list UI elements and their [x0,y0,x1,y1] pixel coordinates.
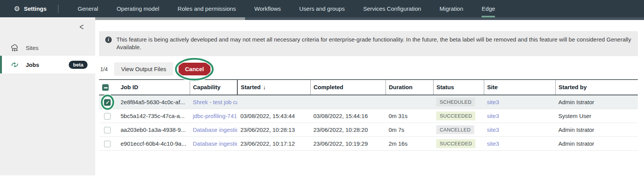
cancel-button[interactable]: Cancel [179,63,210,75]
sidebar: < Sites [0,17,95,175]
table-row: aa203eb0-1a3a-4938-9... Database ingesti… [99,123,638,137]
nav-divider [58,5,58,13]
capability-cell: Shrek - test job ca [190,95,237,109]
status-badge: SUCCEEDED [436,111,475,120]
duration-cell: 0m 7s [386,123,433,137]
sidebar-item-jobs[interactable]: Jobs beta [0,56,95,73]
job-id-cell: 2e8f84a5-5630-4c0c-af... [118,95,190,109]
status-cell: SCHEDULED [433,95,484,109]
site-link[interactable]: site3 [487,140,499,147]
row-checkbox[interactable] [104,99,111,106]
beta-badge: beta [69,61,88,69]
job-id-cell: 5bc5a142-735c-47ca-a... [118,109,190,123]
col-started-by[interactable]: Started by [555,80,638,95]
site-link[interactable]: site3 [487,113,499,119]
sidebar-item-label: Jobs [26,62,39,68]
duration-cell: 0m 31s [386,109,433,123]
site-link[interactable]: site3 [487,126,499,133]
table-row: e901eccf-60b4-4c10-9a... Database ingest… [99,137,638,151]
brand-label: Settings [24,5,46,12]
settings-brand: ⚙ Settings [14,5,46,12]
table-row: 2e8f84a5-5630-4c0c-af... Shrek - test jo… [99,95,638,109]
gear-icon: ⚙ [14,5,20,12]
job-id-cell: aa203eb0-1a3a-4938-9... [118,123,190,137]
started-cell [237,95,310,109]
row-checkbox[interactable] [104,141,111,147]
jobs-table: Job ID Capability Started↓ Completed Dur… [99,79,638,151]
main-content: This feature is being actively developed… [95,17,644,175]
status-cell: SUCCEEDED [433,109,484,123]
started-by-cell: Admin Istrator [555,137,638,151]
select-cell [99,137,118,151]
row-checkbox[interactable] [104,113,111,120]
horizontal-scrollbar-track[interactable] [0,17,644,20]
view-output-files-button[interactable]: View Output Files [114,62,173,76]
tab-services-configuration[interactable]: Services Configuration [354,0,430,17]
started-cell: 23/06/2022, 10:28:13 [237,123,310,137]
beta-info-banner: This feature is being actively developed… [99,31,638,56]
job-id-cell: e901eccf-60b4-4c10-9a... [118,137,190,151]
capability-link[interactable]: Shrek - test job ca [193,99,237,105]
status-badge: SCHEDULED [436,98,475,106]
status-badge: SUCCEEDED [436,139,475,148]
col-job-id[interactable]: Job ID [118,80,190,95]
jobs-sync-icon [10,60,19,69]
capability-cell: Database ingestic [190,137,237,151]
capability-cell: Database ingestic [190,123,237,137]
col-started[interactable]: Started↓ [237,80,310,95]
col-duration[interactable]: Duration [386,80,433,95]
tab-roles-and-permissions[interactable]: Roles and permissions [169,0,245,17]
capability-link[interactable]: Database ingestic [193,140,237,147]
select-cell [99,123,118,137]
status-cell: SUCCEEDED [433,137,484,151]
capability-link[interactable]: Database ingestic [193,126,237,133]
tab-general[interactable]: General [68,0,107,17]
nav-tabs: General Operating model Roles and permis… [68,0,504,17]
row-checkbox[interactable] [104,127,111,133]
site-link[interactable]: site3 [487,99,499,105]
col-site[interactable]: Site [484,80,555,95]
sidebar-item-sites[interactable]: Sites [0,40,95,56]
banner-text: This feature is being actively developed… [116,36,632,52]
select-all-cell [99,80,118,95]
select-cell [99,109,118,123]
col-capability[interactable]: Capability [190,80,237,95]
top-nav: ⚙ Settings General Operating model Roles… [0,0,644,17]
selection-count: 1/4 [100,66,108,72]
sidebar-item-label: Sites [26,45,38,51]
jobs-toolbar: 1/4 View Output Files Cancel [99,62,638,77]
table-row: 5bc5a142-735c-47ca-a... jdbc-profiling-7… [99,109,638,123]
info-icon [105,37,112,43]
col-status[interactable]: Status [433,80,484,95]
status-cell: CANCELLED [433,123,484,137]
started-by-cell: Admin Istrator [555,95,638,109]
duration-cell: 2m 16s [386,137,433,151]
tab-operating-model[interactable]: Operating model [108,0,169,17]
col-completed[interactable]: Completed [310,80,386,95]
duration-cell [386,95,433,109]
completed-cell: 23/06/2022, 10:19:29 [310,137,386,151]
tab-edge[interactable]: Edge [472,0,504,17]
status-badge: CANCELLED [436,125,474,134]
capability-link[interactable]: jdbc-profiling-741 [193,113,237,119]
started-cell: 23/06/2022, 10:17:12 [237,137,310,151]
sidebar-collapse-icon[interactable]: < [79,22,84,32]
site-cell: site3 [484,137,555,151]
tab-users-and-groups[interactable]: Users and groups [290,0,354,17]
site-cell: site3 [484,109,555,123]
completed-cell: 03/08/2022, 15:44:16 [310,109,386,123]
tab-migration[interactable]: Migration [430,0,473,17]
started-cell: 03/08/2022, 15:43:44 [237,109,310,123]
sites-cloud-icon [10,43,19,52]
select-all-checkbox[interactable] [102,84,109,91]
started-by-cell: System User [555,109,638,123]
sort-desc-icon: ↓ [263,84,266,90]
started-by-cell: Admin Istrator [555,123,638,137]
completed-cell [310,95,386,109]
tab-workflows[interactable]: Workflows [245,0,290,17]
site-cell: site3 [484,123,555,137]
select-cell [99,95,118,109]
site-cell: site3 [484,95,555,109]
capability-cell: jdbc-profiling-741 [190,109,237,123]
completed-cell: 23/06/2022, 10:28:20 [310,123,386,137]
